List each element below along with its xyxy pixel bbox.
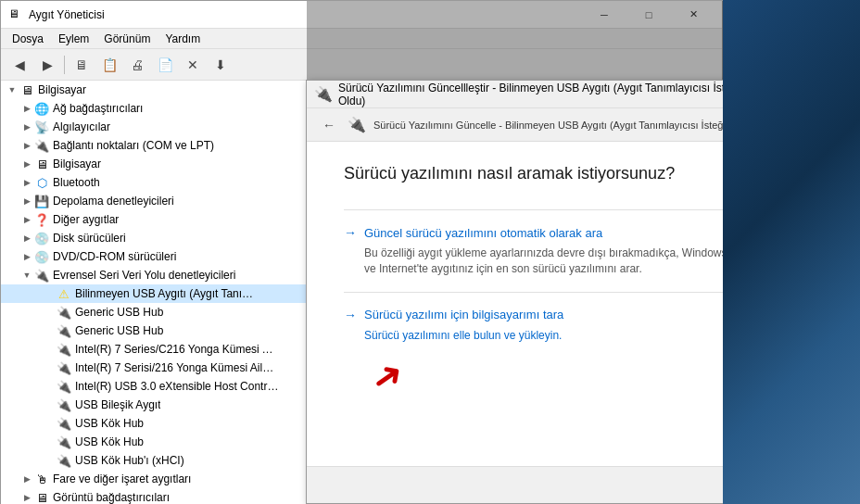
tree-label: Diğer aygıtlar bbox=[53, 213, 119, 226]
app-icon: 🖥 bbox=[8, 7, 23, 22]
menu-help[interactable]: Yardım bbox=[158, 31, 208, 47]
arrow-icon: ▶ bbox=[19, 175, 34, 190]
list-item[interactable]: ▶ 🔌 USB Bileşik Aygıt bbox=[1, 396, 306, 414]
list-item[interactable]: ▶ 🔌 Bağlantı noktaları (COM ve LPT) bbox=[1, 136, 306, 155]
composite-icon: 🔌 bbox=[57, 397, 71, 412]
storage-icon: 💾 bbox=[34, 194, 49, 208]
menu-action[interactable]: Eylem bbox=[51, 31, 96, 47]
manual-search-label: Sürücü yazılımı için bilgisayarımı tara bbox=[364, 308, 563, 321]
list-item[interactable]: ▶ 💿 Disk sürücüleri bbox=[1, 229, 306, 247]
list-item[interactable]: ▶ 🔌 Generic USB Hub bbox=[1, 321, 306, 340]
device-tree[interactable]: ▼ 🖥 Bilgisayar ▶ 🌐 Ağ bağdaştırıcıları ▶… bbox=[1, 81, 307, 504]
arrow-icon: ▶ bbox=[19, 101, 34, 116]
list-item[interactable]: ▶ ❓ Diğer aygıtlar bbox=[1, 210, 306, 229]
list-item[interactable]: ▶ 🔌 Intel(R) USB 3.0 eXtensible Host Con… bbox=[1, 377, 306, 396]
dialog-back-button[interactable]: ← bbox=[318, 114, 340, 136]
arrow-icon: ▶ bbox=[19, 490, 34, 504]
intel-usb-icon: 🔌 bbox=[57, 342, 71, 357]
list-item[interactable]: ▶ 🔌 USB Kök Hub'ı (xHCI) bbox=[1, 451, 306, 470]
tree-label: Generic USB Hub bbox=[75, 306, 163, 319]
update-button[interactable]: ⬇ bbox=[208, 53, 234, 77]
tree-label: USB Kök Hub bbox=[75, 417, 144, 430]
tree-label: Ağ bağdaştırıcıları bbox=[53, 102, 143, 115]
other-icon: ❓ bbox=[34, 212, 49, 227]
arrow-icon: ▶ bbox=[19, 472, 34, 486]
arrow-right-icon2: → bbox=[344, 308, 357, 322]
tree-label: Intel(R) USB 3.0 eXtensible Host Control… bbox=[75, 380, 279, 393]
arrow-icon: ▶ bbox=[19, 249, 34, 264]
list-item[interactable]: ▶ 🔌 Intel(R) 7 Serisi/216 Yonga Kümesi A… bbox=[1, 359, 306, 377]
display-icon: 🖥 bbox=[34, 490, 49, 504]
root-arrow: ▼ bbox=[5, 82, 19, 97]
auto-search-label: Güncel sürücü yazılımını otomatik olarak… bbox=[364, 226, 602, 240]
xhci-icon: 🔌 bbox=[57, 379, 71, 394]
sensor-icon: 📡 bbox=[34, 120, 49, 134]
dialog-nav-icon: 🔌 bbox=[348, 116, 366, 133]
tree-root[interactable]: ▼ 🖥 Bilgisayar bbox=[1, 81, 306, 99]
bluetooth-icon: ⬡ bbox=[34, 175, 49, 190]
menu-file[interactable]: Dosya bbox=[5, 31, 51, 47]
tree-label: Bilgisayar bbox=[53, 158, 101, 170]
arrow-icon: ▶ bbox=[19, 120, 34, 134]
computer-button[interactable]: 🖥 bbox=[69, 53, 95, 77]
list-item[interactable]: ▶ 🔌 Generic USB Hub bbox=[1, 303, 306, 321]
list-item[interactable]: ▶ 🔌 Intel(R) 7 Series/C216 Yonga Kümesi … bbox=[1, 340, 306, 359]
forward-button[interactable]: ▶ bbox=[34, 53, 60, 77]
title-bar-left: 🖥 Aygıt Yöneticisi bbox=[8, 7, 105, 22]
arrow-icon: ▶ bbox=[19, 138, 34, 153]
tree-label: USB Kök Hub bbox=[75, 435, 144, 448]
back-button[interactable]: ◀ bbox=[6, 53, 32, 77]
disk-icon: 💿 bbox=[34, 231, 49, 246]
tree-label: Generic USB Hub bbox=[75, 324, 163, 337]
tree-label: Bilinmeyen USB Aygıtı (Aygıt Tanımlayıcı… bbox=[75, 287, 260, 300]
list-item[interactable]: ▶ ⬡ Bluetooth bbox=[1, 173, 306, 192]
list-item[interactable]: ▶ 🖥 Bilgisayar bbox=[1, 155, 306, 173]
usb-icon: 🔌 bbox=[34, 268, 49, 283]
list-item[interactable]: ▼ 🔌 Evrensel Seri Veri Yolu denetleyicil… bbox=[1, 266, 306, 284]
list-item[interactable]: ▶ 🔌 USB Kök Hub bbox=[1, 433, 306, 451]
list-item[interactable]: ▶ ⚠ Bilinmeyen USB Aygıtı (Aygıt Tanımla… bbox=[1, 284, 306, 303]
intel-usb-icon2: 🔌 bbox=[57, 360, 71, 375]
hub-icon: 🔌 bbox=[57, 323, 71, 338]
root-hub-icon: 🔌 bbox=[57, 416, 71, 431]
arrow-icon: ▶ bbox=[19, 231, 34, 246]
computer-icon: 🖥 bbox=[34, 157, 49, 171]
tree-label: Evrensel Seri Veri Yolu denetleyicileri bbox=[53, 269, 235, 282]
list-item[interactable]: ▶ 🖱 Fare ve diğer işaret aygıtları bbox=[1, 470, 306, 488]
tree-label: Bluetooth bbox=[53, 176, 100, 189]
arrow-icon: ▶ bbox=[19, 157, 34, 171]
root-icon: 🖥 bbox=[19, 82, 34, 97]
properties-button[interactable]: 📋 bbox=[96, 53, 122, 77]
arrow-icon: ▶ bbox=[19, 194, 34, 208]
arrow-icon: ▶ bbox=[19, 212, 34, 227]
list-item[interactable]: ▶ 💿 DVD/CD-ROM sürücüleri bbox=[1, 247, 306, 266]
dvd-icon: 💿 bbox=[34, 249, 49, 264]
root-hub-icon2: 🔌 bbox=[57, 435, 71, 449]
hub-icon: 🔌 bbox=[57, 305, 71, 320]
tree-label: Görüntü bağdaştırıcıları bbox=[53, 491, 170, 504]
scan-button[interactable]: 📄 bbox=[152, 53, 178, 77]
usb-device-icon: 🔌 bbox=[314, 85, 333, 103]
toolbar-separator-1 bbox=[64, 56, 65, 74]
tree-label: Bağlantı noktaları (COM ve LPT) bbox=[53, 139, 214, 152]
list-item[interactable]: ▶ 🖥 Görüntü bağdaştırıcıları bbox=[1, 488, 306, 504]
mouse-icon: 🖱 bbox=[34, 472, 49, 486]
root-label: Bilgisayar bbox=[38, 83, 86, 96]
desktop-thumbnail bbox=[723, 0, 860, 504]
tree-label: USB Bileşik Aygıt bbox=[75, 398, 160, 411]
remove-button[interactable]: ✕ bbox=[180, 53, 206, 77]
list-item[interactable]: ▶ 📡 Algılayıcılar bbox=[1, 118, 306, 136]
list-item[interactable]: ▶ 🔌 USB Kök Hub bbox=[1, 414, 306, 433]
network-icon: 🌐 bbox=[34, 101, 49, 116]
list-item[interactable]: ▶ 🌐 Ağ bağdaştırıcıları bbox=[1, 99, 306, 118]
taskbar-thumbnail-area bbox=[723, 0, 860, 504]
tree-label: Intel(R) 7 Serisi/216 Yonga Kümesi Ailes… bbox=[75, 361, 279, 374]
red-arrow-icon: ➜ bbox=[364, 352, 411, 400]
tree-label: USB Kök Hub'ı (xHCI) bbox=[75, 454, 184, 467]
tree-label: Disk sürücüleri bbox=[53, 232, 126, 245]
error-device-icon: ⚠ bbox=[57, 286, 71, 301]
menu-view[interactable]: Görünüm bbox=[96, 31, 158, 47]
list-item[interactable]: ▶ 💾 Depolama denetleyicileri bbox=[1, 192, 306, 210]
tree-label: DVD/CD-ROM sürücüleri bbox=[53, 250, 176, 263]
print-button[interactable]: 🖨 bbox=[124, 53, 150, 77]
